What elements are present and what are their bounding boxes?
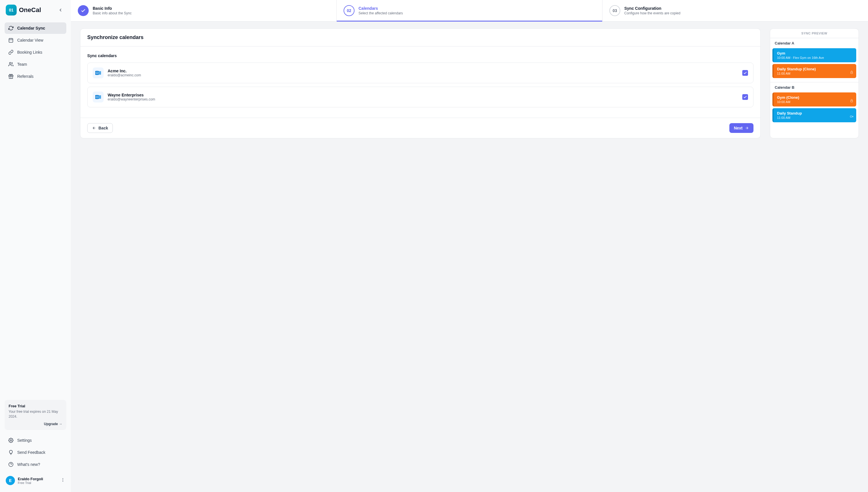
event-title: Daily Standup: [777, 111, 853, 115]
outlook-icon: [93, 92, 104, 102]
logo[interactable]: 01 OneCal: [6, 5, 41, 16]
sidebar-item-label: Calendar Sync: [17, 26, 45, 30]
user-menu-button[interactable]: [60, 478, 65, 484]
sidebar-item-label: Booking Links: [17, 50, 42, 54]
sidebar-item-booking-links[interactable]: Booking Links: [5, 47, 66, 58]
calendar-checkbox[interactable]: [742, 94, 748, 100]
avatar: E: [6, 476, 15, 485]
upgrade-link[interactable]: Upgrade →: [8, 422, 62, 426]
step-sync-config[interactable]: 03 Sync Configuration Configure how the …: [602, 0, 868, 21]
step-text: Sync Configuration Configure how the eve…: [624, 6, 680, 15]
svg-rect-22: [851, 101, 853, 102]
svg-rect-15: [98, 71, 101, 75]
panel-title: Synchronize calendars: [87, 34, 753, 41]
svg-point-4: [9, 62, 11, 64]
calendar-info: Acme Inc. eraldo@acmeinc.com: [108, 69, 738, 77]
sidebar-item-label: What's new?: [17, 462, 40, 467]
sidebar: 01 OneCal Calendar Sync Calendar View Bo…: [0, 0, 71, 492]
sidebar-item-team[interactable]: Team: [5, 58, 66, 70]
sidebar-header: 01 OneCal: [5, 5, 66, 16]
panel-actions: Back Next: [80, 118, 760, 138]
calendar-name: Acme Inc.: [108, 69, 738, 73]
calendar-label: Calendar B: [770, 82, 859, 93]
main-nav: Calendar Sync Calendar View Booking Link…: [5, 22, 66, 400]
panel-body: Sync calendars Acme Inc. eraldo@acmeinc.…: [80, 47, 760, 118]
back-button[interactable]: Back: [87, 123, 113, 133]
lightbulb-icon: [8, 449, 14, 455]
calendar-item: Wayne Enterprises eraldo@wayneenterprise…: [87, 87, 753, 107]
step-text: Basic Info Basic info about the Sync: [93, 6, 131, 15]
svg-rect-18: [98, 95, 101, 99]
svg-rect-21: [851, 72, 853, 74]
calendar-name: Wayne Enterprises: [108, 93, 738, 97]
sidebar-item-label: Calendar View: [17, 38, 43, 43]
bottom-nav: Settings Send Feedback What's new?: [5, 435, 66, 470]
user-info: Eraldo Forgoli Free Trial: [18, 477, 58, 485]
link-icon: [8, 49, 14, 55]
lock-icon: [850, 70, 853, 75]
event-time: 10:00 AM · Flex Gym on 16th Ave: [777, 56, 853, 59]
check-icon: [743, 95, 747, 99]
next-button[interactable]: Next: [729, 123, 753, 133]
sidebar-item-whats-new[interactable]: What's new?: [5, 459, 66, 470]
sidebar-item-label: Settings: [17, 438, 32, 443]
chevron-left-icon: [58, 7, 63, 13]
sidebar-item-feedback[interactable]: Send Feedback: [5, 447, 66, 458]
section-label: Sync calendars: [87, 53, 753, 58]
trial-title: Free Trial: [8, 404, 62, 408]
users-icon: [8, 62, 14, 67]
user-plan: Free Trial: [18, 481, 58, 485]
step-basic-info[interactable]: Basic Info Basic info about the Sync: [71, 0, 337, 21]
outlook-icon: [93, 68, 104, 78]
step-badge-future: 03: [610, 5, 620, 16]
check-icon: [743, 71, 747, 75]
step-badge-done: [78, 5, 89, 16]
sync-icon: [8, 25, 14, 31]
svg-point-7: [10, 440, 12, 441]
step-title: Calendars: [358, 6, 403, 10]
collapse-sidebar-button[interactable]: [56, 5, 65, 15]
arrow-left-icon: [92, 126, 96, 130]
user-row: E Eraldo Forgoli Free Trial: [5, 474, 66, 487]
sidebar-item-calendar-view[interactable]: Calendar View: [5, 34, 66, 46]
step-text: Calendars Select the affected calendars: [358, 6, 403, 15]
step-calendars[interactable]: 02 Calendars Select the affected calenda…: [337, 0, 602, 21]
gift-icon: [8, 73, 14, 79]
svg-point-12: [63, 481, 64, 482]
arrow-right-icon: [745, 126, 749, 130]
event-title: Gym: [777, 51, 853, 55]
help-icon: [8, 462, 14, 467]
calendar-checkbox[interactable]: [742, 70, 748, 76]
event-time: 10:00 AM: [777, 100, 853, 104]
event-title: Gym (Clone): [777, 95, 853, 100]
calendar-item: Acme Inc. eraldo@acmeinc.com: [87, 63, 753, 83]
next-label: Next: [734, 126, 743, 130]
preview-header: SYNC PREVIEW: [770, 29, 859, 38]
back-label: Back: [98, 126, 108, 130]
step-badge-current: 02: [344, 5, 354, 16]
panel-header: Synchronize calendars: [80, 29, 760, 47]
sidebar-item-label: Referrals: [17, 74, 33, 79]
sidebar-item-settings[interactable]: Settings: [5, 435, 66, 446]
svg-point-10: [63, 478, 64, 479]
calendar-email: eraldo@acmeinc.com: [108, 73, 738, 77]
svg-rect-23: [850, 116, 852, 117]
sidebar-item-calendar-sync[interactable]: Calendar Sync: [5, 22, 66, 34]
dots-vertical-icon: [60, 478, 65, 482]
svg-marker-24: [852, 116, 853, 117]
sidebar-item-label: Team: [17, 62, 27, 67]
sidebar-item-referrals[interactable]: Referrals: [5, 71, 66, 82]
step-desc: Basic info about the Sync: [93, 11, 131, 15]
user-name: Eraldo Forgoli: [18, 477, 58, 481]
stepper: Basic Info Basic info about the Sync 02 …: [71, 0, 868, 22]
check-icon: [81, 8, 86, 13]
event-time: 11:00 AM: [777, 116, 853, 119]
content: Synchronize calendars Sync calendars Acm…: [71, 22, 868, 145]
lock-icon: [850, 98, 853, 104]
logo-text: OneCal: [19, 6, 41, 14]
events-list: Gym 10:00 AM · Flex Gym on 16th Ave Dail…: [770, 48, 859, 82]
preview-event: Daily Standup 11:00 AM: [772, 108, 856, 122]
trial-desc: Your free trial expires on 21 May 2024.: [8, 409, 62, 419]
gear-icon: [8, 438, 14, 443]
svg-point-11: [63, 479, 64, 481]
